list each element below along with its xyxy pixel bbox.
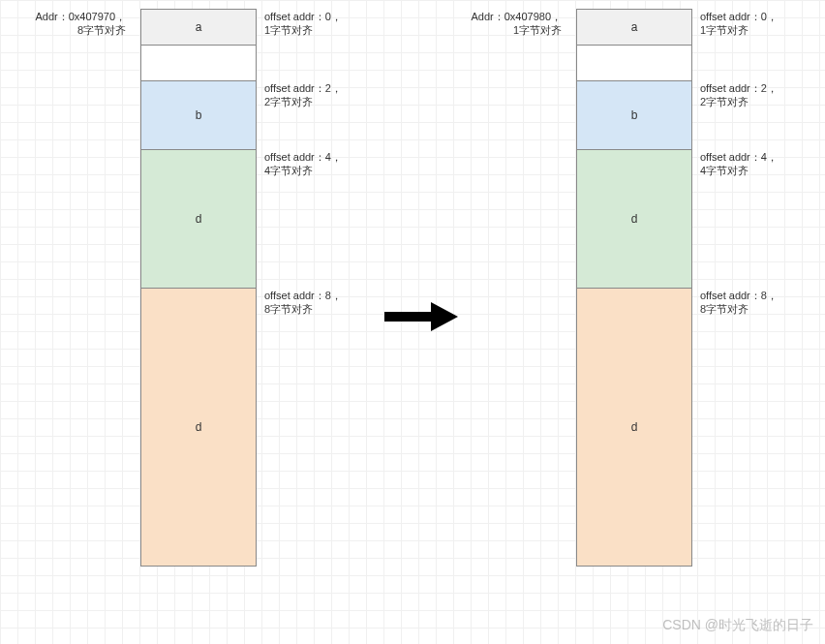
offset-0-line1: offset addr：0，	[264, 10, 342, 23]
offset-2-line1: offset addr：2，	[700, 81, 778, 95]
offset-0-line1: offset addr：0，	[700, 10, 778, 23]
left-base-addr-label: Addr：0x407970， 8字节对齐	[35, 10, 126, 38]
offset-8-label: offset addr：8， 8字节对齐	[700, 289, 778, 317]
offset-4-label: offset addr：4， 4字节对齐	[264, 150, 342, 178]
right-addr-line1: Addr：0x407980，	[471, 10, 562, 23]
offset-8-line1: offset addr：8，	[264, 289, 342, 302]
offset-4-label: offset addr：4， 4字节对齐	[700, 150, 778, 178]
field-a: a	[576, 9, 692, 46]
offset-8-line1: offset addr：8，	[700, 289, 778, 302]
offset-2-line1: offset addr：2，	[264, 81, 342, 95]
field-a-label: a	[196, 20, 202, 34]
field-d-label: d	[631, 420, 638, 434]
diagram-container: Addr：0x407970， 8字节对齐 a b d d offset addr…	[0, 0, 825, 644]
field-b-label: b	[196, 108, 202, 122]
svg-marker-1	[431, 302, 458, 331]
right-addr-line2: 1字节对齐	[471, 23, 562, 37]
left-addr-line1: Addr：0x407970，	[35, 10, 126, 23]
field-a-label: a	[631, 20, 638, 34]
offset-2-label: offset addr：2， 2字节对齐	[700, 81, 778, 109]
offset-8-line2: 8字节对齐	[264, 302, 342, 316]
right-boxes: a b d d	[576, 10, 692, 567]
arrow-icon	[382, 300, 458, 337]
offset-4-line2: 4字节对齐	[264, 164, 342, 177]
offset-2-label: offset addr：2， 2字节对齐	[264, 81, 342, 109]
field-a: a	[140, 9, 257, 46]
field-b-label: b	[631, 108, 638, 122]
field-c-label: d	[196, 212, 202, 226]
field-d: d	[140, 288, 257, 567]
offset-8-line2: 8字节对齐	[700, 302, 778, 316]
left-addr-line2: 8字节对齐	[35, 23, 126, 37]
offset-4-line2: 4字节对齐	[700, 164, 778, 177]
field-c-label: d	[631, 212, 638, 226]
field-c: d	[140, 149, 257, 289]
offset-0-line2: 1字节对齐	[264, 23, 342, 37]
offset-2-line2: 2字节对齐	[264, 95, 342, 108]
offset-8-label: offset addr：8， 8字节对齐	[264, 289, 342, 317]
right-base-addr-label: Addr：0x407980， 1字节对齐	[471, 10, 562, 38]
offset-0-line2: 1字节对齐	[700, 23, 778, 37]
field-d-label: d	[196, 420, 202, 434]
field-b: b	[576, 80, 692, 150]
watermark-text: CSDN @时光飞逝的日子	[662, 617, 813, 634]
field-padding	[140, 45, 257, 81]
field-c: d	[576, 149, 692, 289]
field-b: b	[140, 80, 257, 150]
field-padding	[576, 45, 692, 81]
field-d: d	[576, 288, 692, 567]
offset-0-label: offset addr：0， 1字节对齐	[264, 10, 342, 38]
offset-4-line1: offset addr：4，	[700, 150, 778, 164]
offset-0-label: offset addr：0， 1字节对齐	[700, 10, 778, 38]
offset-2-line2: 2字节对齐	[700, 95, 778, 108]
left-boxes: a b d d	[140, 10, 257, 567]
offset-4-line1: offset addr：4，	[264, 150, 342, 164]
